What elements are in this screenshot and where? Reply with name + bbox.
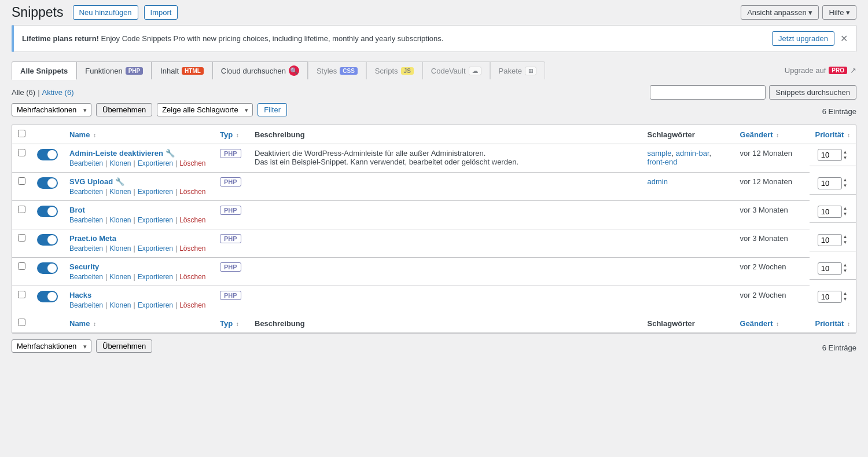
row-checkbox[interactable] [18, 234, 25, 242]
snippet-toggle[interactable] [37, 234, 58, 246]
bottom-apply-button[interactable]: Übernehmen [96, 339, 152, 353]
row-action-klonen[interactable]: Klonen [109, 244, 131, 253]
row-action-loeschen[interactable]: Löschen [179, 301, 205, 309]
neu-hinzufuegen-button[interactable]: Neu hinzufügen [73, 5, 138, 20]
tag-link[interactable]: admin-bar [676, 149, 709, 158]
row-action-klonen[interactable]: Klonen [109, 216, 131, 224]
row-checkbox[interactable] [18, 206, 25, 213]
row-action-bearbeiten[interactable]: Bearbeiten [69, 301, 103, 309]
tab-codevault[interactable]: CodeVault ☁ [422, 61, 490, 79]
select-all-footer-checkbox[interactable] [18, 319, 25, 326]
row-action-exportieren[interactable]: Exportieren [138, 188, 173, 196]
row-checkbox[interactable] [18, 149, 25, 156]
row-action-klonen[interactable]: Klonen [109, 301, 131, 309]
col-footer-prioritaet-sort[interactable]: ↕ [847, 321, 850, 327]
snippet-toggle[interactable] [37, 262, 58, 274]
priority-up-icon[interactable]: ▲ [843, 177, 848, 183]
priority-up-icon[interactable]: ▲ [843, 262, 848, 268]
priority-spinner[interactable]: ▲▼ [843, 177, 848, 189]
snippet-name-link[interactable]: Brot [69, 206, 85, 214]
col-name-sort[interactable]: ↕ [93, 132, 96, 138]
col-footer-geaendert-sort[interactable]: ↕ [776, 321, 779, 327]
bulk-action-select[interactable]: Mehrfachaktionen [12, 103, 91, 116]
filter-button[interactable]: Filter [258, 103, 287, 116]
priority-down-icon[interactable]: ▼ [843, 211, 848, 217]
jetzt-upgraden-button[interactable]: Jetzt upgraden [772, 31, 834, 46]
tab-scripts[interactable]: Scripts JS [366, 61, 422, 79]
snippet-toggle[interactable] [37, 291, 58, 302]
priority-up-icon[interactable]: ▲ [843, 234, 848, 240]
import-button[interactable]: Import [144, 5, 178, 20]
col-footer-name-sort[interactable]: ↕ [93, 321, 96, 327]
row-action-exportieren[interactable]: Exportieren [138, 244, 173, 253]
snippet-name-link[interactable]: Praet.io Meta [69, 234, 116, 243]
search-input[interactable] [650, 85, 766, 100]
row-action-bearbeiten[interactable]: Bearbeiten [69, 216, 103, 224]
bottom-bulk-action-select[interactable]: Mehrfachaktionen [12, 339, 91, 353]
tags-filter-select[interactable]: Zeige alle Schlagworte [157, 103, 253, 116]
tab-inhalt[interactable]: Inhalt HTML [152, 61, 212, 79]
snippet-name-link[interactable]: Hacks [69, 291, 91, 299]
row-action-klonen[interactable]: Klonen [109, 273, 131, 281]
priority-input[interactable] [818, 206, 842, 218]
snippet-name-link[interactable]: Security [69, 262, 99, 271]
priority-input[interactable] [818, 149, 842, 161]
select-all-checkbox[interactable] [18, 130, 25, 137]
row-action-loeschen[interactable]: Löschen [179, 188, 205, 196]
priority-spinner[interactable]: ▲▼ [843, 262, 848, 274]
row-action-bearbeiten[interactable]: Bearbeiten [69, 244, 103, 253]
row-action-loeschen[interactable]: Löschen [179, 273, 205, 281]
priority-spinner[interactable]: ▲▼ [843, 206, 848, 217]
row-action-bearbeiten[interactable]: Bearbeiten [69, 273, 103, 281]
row-action-bearbeiten[interactable]: Bearbeiten [69, 159, 103, 167]
notice-close-button[interactable]: ✕ [840, 34, 848, 43]
tag-link[interactable]: sample [648, 149, 672, 158]
priority-down-icon[interactable]: ▼ [843, 268, 848, 274]
priority-down-icon[interactable]: ▼ [843, 297, 848, 302]
priority-spinner[interactable]: ▲▼ [843, 234, 848, 246]
tab-funktionen[interactable]: Funktionen PHP [76, 61, 152, 79]
row-action-exportieren[interactable]: Exportieren [138, 301, 173, 309]
snippet-toggle[interactable] [37, 177, 58, 189]
filter-active-link[interactable]: Aktive (6) [42, 88, 74, 97]
row-action-bearbeiten[interactable]: Bearbeiten [69, 188, 103, 196]
priority-spinner[interactable]: ▲▼ [843, 291, 848, 302]
tab-cloud-durchsuchen[interactable]: Cloud durchsuchen 🔍 [212, 61, 308, 79]
snippet-name-link[interactable]: SVG Upload 🔧 [69, 177, 124, 186]
row-checkbox[interactable] [18, 262, 25, 270]
snippet-toggle[interactable] [37, 149, 58, 160]
snippet-name-link[interactable]: Admin-Leiste deaktivieren 🔧 [69, 149, 175, 158]
priority-up-icon[interactable]: ▲ [843, 206, 848, 211]
priority-input[interactable] [818, 291, 842, 303]
tab-styles[interactable]: Styles CSS [308, 61, 366, 79]
tab-pakete[interactable]: Pakete ⊞ [490, 61, 545, 79]
tag-link[interactable]: front-end [648, 158, 678, 166]
col-typ-sort[interactable]: ↕ [236, 132, 239, 138]
row-action-exportieren[interactable]: Exportieren [138, 273, 173, 281]
search-button[interactable]: Snippets durchsuchen [769, 85, 856, 100]
priority-down-icon[interactable]: ▼ [843, 240, 848, 246]
priority-up-icon[interactable]: ▲ [843, 291, 848, 297]
priority-down-icon[interactable]: ▼ [843, 155, 848, 161]
priority-input[interactable] [818, 262, 842, 275]
ansicht-anpassen-button[interactable]: Ansicht anpassen ▾ [741, 5, 819, 20]
row-action-klonen[interactable]: Klonen [109, 159, 131, 167]
row-action-exportieren[interactable]: Exportieren [138, 159, 173, 167]
row-action-klonen[interactable]: Klonen [109, 188, 131, 196]
hilfe-button[interactable]: Hilfe ▾ [822, 5, 856, 20]
snippet-toggle[interactable] [37, 206, 58, 217]
priority-input[interactable] [818, 234, 842, 246]
row-action-loeschen[interactable]: Löschen [179, 216, 205, 224]
priority-down-icon[interactable]: ▼ [843, 183, 848, 189]
row-checkbox[interactable] [18, 177, 25, 185]
apply-button[interactable]: Übernehmen [96, 103, 152, 116]
tab-alle-snippets[interactable]: Alle Snippets [12, 61, 76, 80]
priority-spinner[interactable]: ▲▼ [843, 149, 848, 161]
priority-input[interactable] [818, 177, 842, 189]
priority-up-icon[interactable]: ▲ [843, 149, 848, 155]
col-prioritaet-sort[interactable]: ↕ [847, 132, 850, 138]
col-geaendert-sort[interactable]: ↕ [776, 132, 779, 138]
row-checkbox[interactable] [18, 291, 25, 298]
col-footer-typ-sort[interactable]: ↕ [236, 321, 239, 327]
row-action-loeschen[interactable]: Löschen [179, 244, 205, 253]
